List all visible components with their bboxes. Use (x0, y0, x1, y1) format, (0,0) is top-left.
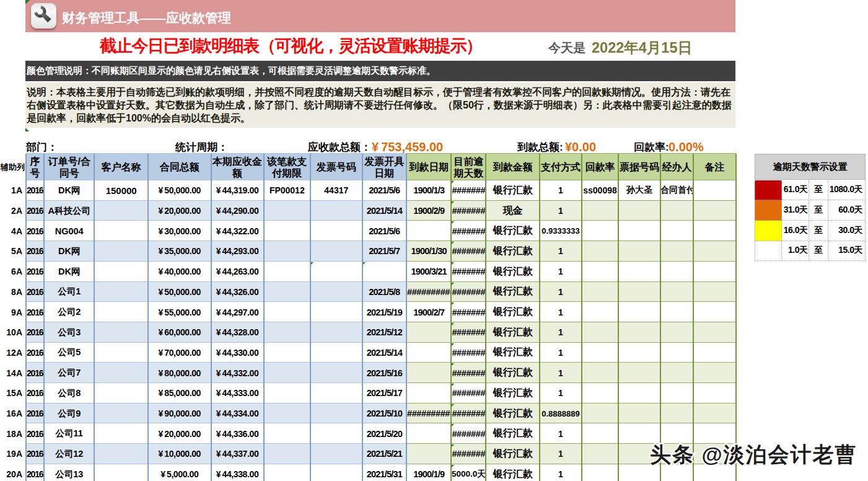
svg-text:头条 @淡泊会计老曹: 头条 @淡泊会计老曹 (650, 443, 857, 466)
